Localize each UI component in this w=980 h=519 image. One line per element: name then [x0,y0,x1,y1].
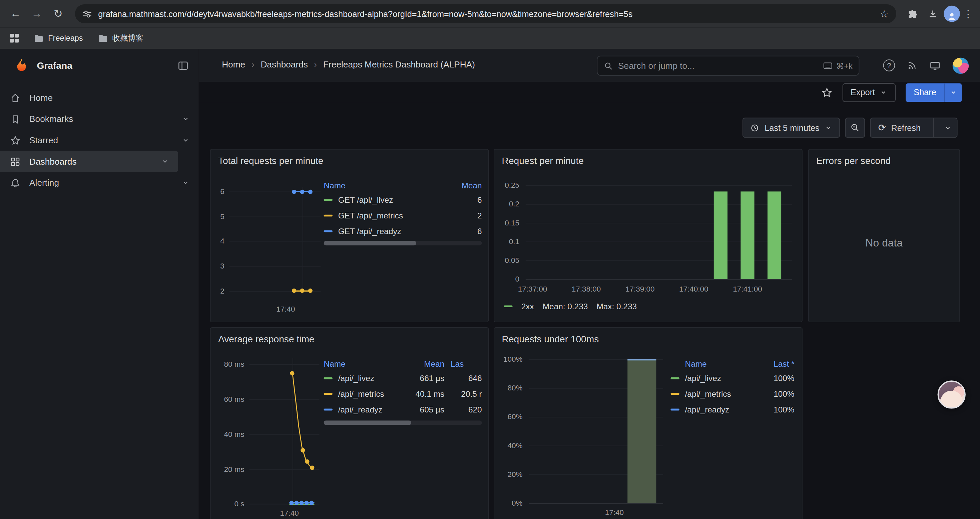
sidebar-toggle-icon[interactable] [177,60,189,71]
time-range-picker[interactable]: Last 5 minutes [743,118,840,137]
x-tick: 17:40:00 [672,285,716,294]
legend-col-last[interactable]: Las [444,359,482,368]
chevron-down-icon[interactable] [181,178,190,187]
y-tick: 40% [494,441,522,450]
x-tick: 17:37:00 [511,285,554,294]
zoom-out-button[interactable] [845,118,865,137]
data-point [308,190,313,194]
address-bar[interactable]: grafana.mathmast.com/d/deytv4rwavabkb/fr… [75,4,896,23]
x-tick: 17:38:00 [565,285,608,294]
divider [933,118,934,137]
legend-col-mean[interactable]: Mean [404,359,444,368]
browser-menu-icon[interactable]: ⋮ [963,8,974,20]
monitor-icon[interactable] [929,60,941,71]
gridline [302,187,303,295]
assistant-avatar[interactable] [938,380,966,409]
browser-profile-avatar[interactable] [943,6,960,22]
export-label: Export [851,88,875,97]
series-name: /api/_livez [685,374,757,383]
screenshot-root: ← → ↻ grafana.mathmast.com/d/deytv4rwava… [0,0,980,519]
sidebar-item-label: Dashboards [29,156,76,166]
data-point [301,448,305,452]
browser-reload-icon[interactable]: ↻ [49,4,67,23]
help-icon[interactable]: ? [883,59,895,72]
share-menu-caret[interactable] [944,83,962,102]
series-mean: Mean: 0.233 [543,302,588,311]
legend-scrollbar[interactable] [324,241,482,245]
zoom-out-icon [850,123,860,133]
breadcrumb-home[interactable]: Home [222,59,245,69]
sidebar-item-alerting[interactable]: Alerting [0,172,199,193]
legend-row[interactable]: GET /api/_livez 6 [324,192,482,208]
browser-toolbar: ← → ↻ grafana.mathmast.com/d/deytv4rwava… [0,0,980,27]
legend-col-name[interactable]: Name [324,181,451,190]
browser-forward-icon[interactable]: → [27,4,46,23]
url-text[interactable]: grafana.mathmast.com/d/deytv4rwavabkb/fr… [98,9,873,18]
breadcrumb-current[interactable]: Freeleaps Metrics Dashboard (ALPHA) [323,59,475,69]
refresh-interval-caret[interactable] [939,118,957,137]
series-last: 20.5 r [444,389,482,398]
share-button[interactable]: Share [905,83,944,102]
legend-header: Name Mean [324,178,482,192]
panel-requests-under-100ms: Requests under 100ms 100% 80% 60% 40% 20… [494,327,803,519]
legend-col-last[interactable]: Last * [757,359,794,368]
legend-table: Name Mean Las /api/_livez 661 µs 646 /ap… [324,357,482,417]
user-avatar[interactable] [953,57,969,73]
series-last: 100% [757,389,794,398]
series-mean: 661 µs [404,374,444,383]
sidebar-item-dashboards[interactable]: Dashboards [0,151,178,172]
browser-back-icon[interactable]: ← [6,4,25,23]
bookmark-folder-blogs[interactable]: 收藏博客 [93,30,148,46]
panel-title[interactable]: Errors per second [809,150,960,172]
favorite-star-icon[interactable] [821,87,832,98]
legend-row[interactable]: /api/_livez 661 µs 646 [324,370,482,386]
sidebar-item-bookmarks[interactable]: Bookmarks [0,108,199,129]
sidebar-item-starred[interactable]: Starred [0,129,199,151]
scrollbar-thumb[interactable] [324,420,411,425]
bar-2xx [714,192,727,279]
legend-col-name[interactable]: Name [324,359,405,368]
bar-under-100ms [627,359,656,503]
legend-row[interactable]: /api/_livez 100% [671,370,795,386]
legend-col-name[interactable]: Name [671,359,757,368]
apps-grid-icon[interactable] [10,34,19,42]
export-button[interactable]: Export [843,83,896,102]
data-point [292,289,296,293]
breadcrumb-separator: › [251,59,255,69]
bar-chart-plot[interactable]: 0.25 0.2 0.15 0.1 0.05 0 17:37:00 17:38:… [494,150,802,322]
news-rss-icon[interactable] [907,60,918,71]
bookmark-folder-freeleaps[interactable]: Freeleaps [29,31,88,45]
extensions-icon[interactable] [904,5,921,22]
chevron-down-icon [879,88,887,96]
legend-row[interactable]: /api/_metrics 100% [671,386,795,402]
legend-row[interactable]: /api/_metrics 40.1 ms 20.5 r [324,386,482,402]
legend-inline[interactable]: 2xx Mean: 0.233 Max: 0.233 [504,302,637,311]
scrollbar-thumb[interactable] [324,241,416,245]
grafana-logo[interactable] [14,57,29,73]
legend-row[interactable]: GET /api/_metrics 2 [324,208,482,224]
site-info-icon[interactable] [83,9,92,18]
chevron-down-icon[interactable] [161,157,169,166]
bookmark-star-icon[interactable]: ☆ [880,8,889,20]
y-tick: 60% [494,412,522,421]
legend-row[interactable]: GET /api/_readyz 6 [324,224,482,239]
legend-table: Name Mean GET /api/_livez 6 GET /api/_me… [324,178,482,239]
legend-col-mean[interactable]: Mean [451,181,482,190]
y-tick: 2 [210,287,224,295]
chevron-down-icon[interactable] [181,115,190,123]
refresh-button[interactable]: ⟳ Refresh [870,118,928,137]
legend-row[interactable]: /api/_readyz 100% [671,402,795,417]
downloads-icon[interactable] [924,5,941,22]
legend-row[interactable]: /api/_readyz 605 µs 620 [324,402,482,417]
legend-scrollbar[interactable] [324,420,482,425]
chevron-down-icon[interactable] [181,136,190,145]
series-color-swatch [324,377,332,379]
search-input[interactable]: Search or jump to... ⌘+k [597,56,859,76]
series-color-swatch [324,409,332,411]
panel-average-response-time: Average response time 80 ms 60 ms 40 ms … [210,327,489,519]
folder-icon [98,34,108,42]
refresh-icon: ⟳ [878,122,886,133]
breadcrumb-dashboards[interactable]: Dashboards [261,59,307,69]
y-tick: 5 [210,212,224,221]
sidebar-item-home[interactable]: Home [0,87,199,108]
